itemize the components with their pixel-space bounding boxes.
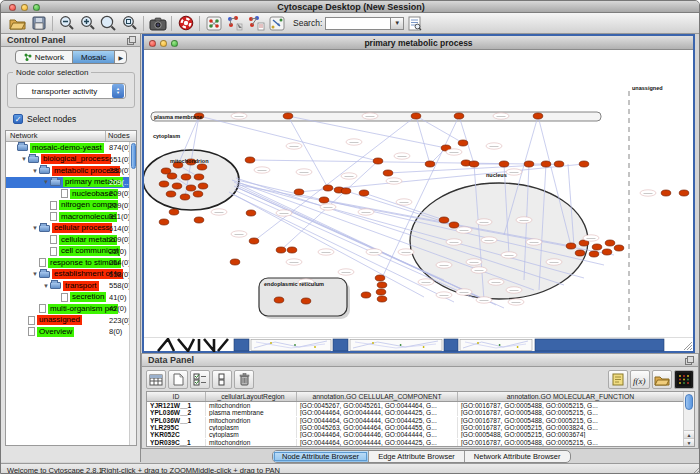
network-node[interactable] (454, 113, 464, 119)
expand-collapse-icon[interactable]: ▼ (31, 271, 39, 277)
tree-row[interactable]: nucleobase-209(0) (6, 188, 136, 200)
network-node[interactable] (679, 190, 689, 196)
tab-node-attribute-browser[interactable]: Node Attribute Browser (273, 451, 368, 462)
table-row[interactable]: YLR295Ccytoplasm[GO:0045263, GO:0044464,… (147, 424, 694, 431)
open-session-button[interactable] (7, 14, 28, 33)
table-row[interactable]: YKR052Ccytoplasm[GO:0044464, GO:0044446,… (147, 431, 694, 438)
network-node[interactable] (449, 222, 459, 228)
column-header[interactable]: ID (147, 392, 206, 401)
network-node[interactable] (198, 183, 208, 189)
network-node[interactable] (589, 251, 599, 257)
tree-scrollbar[interactable] (129, 142, 136, 445)
vizmapper-button[interactable] (266, 14, 287, 33)
network-node[interactable] (361, 292, 371, 298)
network-node[interactable] (197, 164, 207, 170)
minimized-window[interactable] (234, 339, 249, 351)
minimized-window[interactable] (535, 339, 664, 351)
network-node[interactable] (375, 275, 385, 281)
expand-collapse-icon[interactable]: ▼ (31, 168, 39, 174)
column-header[interactable]: _cellularLayoutRegion (206, 392, 297, 401)
network-node[interactable] (554, 161, 564, 167)
network-node[interactable] (169, 209, 179, 215)
column-header[interactable]: annotation.GO CELLULAR_COMPONENT (297, 392, 458, 401)
network-node[interactable] (439, 217, 449, 223)
tree-row[interactable]: cell communicat22(0) (6, 246, 136, 258)
tab-mosaic[interactable]: Mosaic (72, 51, 114, 63)
network-node[interactable] (469, 161, 479, 167)
tree-row[interactable]: ▼biological_process651(0) (6, 154, 136, 166)
network-node[interactable] (376, 289, 386, 295)
network-node[interactable] (194, 174, 204, 180)
snapshot-button[interactable] (147, 14, 168, 33)
apply-layout-button[interactable] (224, 14, 245, 33)
network-node[interactable] (172, 183, 182, 189)
network-node[interactable] (425, 161, 435, 167)
new-attribute-button[interactable] (168, 370, 188, 389)
column-network[interactable]: Network (6, 131, 106, 141)
tree-row[interactable]: Overview8(0) (6, 326, 136, 338)
select-nodes-checkbox[interactable]: ✓ (13, 114, 23, 124)
network-node[interactable] (377, 282, 387, 288)
network-node[interactable] (614, 245, 624, 251)
search-options-button[interactable] (404, 14, 425, 33)
window-titlebar[interactable]: Cytoscape Desktop (New Session) (1, 1, 700, 13)
tree-row[interactable]: ▼metabolic process280(0) (6, 165, 136, 177)
expand-collapse-icon[interactable]: ▼ (42, 179, 50, 185)
tab-network-attribute-browser[interactable]: Network Attribute Browser (464, 451, 570, 462)
network-node[interactable] (287, 247, 297, 253)
network-node[interactable] (294, 189, 304, 195)
resize-grip-icon[interactable] (690, 465, 700, 474)
network-canvas[interactable]: plasma membranecytoplasmmitochondrionnuc… (144, 50, 693, 337)
network-node[interactable] (359, 190, 369, 196)
network-node[interactable] (245, 157, 255, 163)
unselect-attributes-button[interactable] (212, 370, 232, 389)
search-dropdown-button[interactable]: ▼ (391, 17, 404, 30)
expand-collapse-icon[interactable]: ▼ (42, 283, 50, 289)
tree-row[interactable]: ▼cellular process614(0) (6, 223, 136, 235)
zoom-in-button[interactable] (77, 14, 98, 33)
network-node[interactable] (167, 173, 177, 179)
network-node[interactable] (230, 259, 240, 265)
network-node[interactable] (602, 249, 612, 255)
select-attributes-button[interactable] (190, 370, 210, 389)
destroy-network-button[interactable] (245, 14, 266, 33)
float-panel-icon[interactable] (127, 36, 136, 45)
tab-network[interactable]: Network (16, 51, 72, 63)
minimized-window[interactable] (333, 339, 348, 351)
network-node[interactable] (193, 191, 203, 197)
network-node[interactable] (274, 297, 284, 303)
tree-row[interactable]: cellular metabo209(0) (6, 234, 136, 246)
scrollbar-thumb[interactable] (131, 143, 136, 169)
create-network-button[interactable] (203, 14, 224, 33)
network-node[interactable] (159, 181, 169, 187)
network-node[interactable] (541, 161, 551, 167)
expand-collapse-icon[interactable]: ▼ (20, 156, 28, 162)
column-nodes[interactable]: Nodes (106, 131, 136, 141)
help-button[interactable] (175, 14, 196, 33)
network-node[interactable] (579, 161, 589, 167)
tree-row[interactable]: multi-organism pro42(0) (6, 303, 136, 315)
tree-row[interactable]: mosaic-demo-yeast874(0) (6, 142, 136, 154)
network-node[interactable] (181, 174, 191, 180)
tree-row[interactable]: macromolecule311(0) (6, 211, 136, 223)
network-node[interactable] (411, 113, 421, 119)
zoom-selected-button[interactable] (98, 14, 119, 33)
table-scrollbar[interactable]: ▲ ▼ (683, 392, 694, 446)
table-row[interactable]: YJR121W__1mitochondrion[GO:0045267, GO:0… (147, 402, 694, 409)
network-node[interactable] (319, 197, 329, 203)
network-node[interactable] (605, 240, 615, 246)
network-node[interactable] (661, 190, 671, 196)
tree-row[interactable]: ▼primary metabo209(... (6, 177, 136, 189)
import-attributes-button[interactable] (652, 370, 672, 389)
network-node[interactable] (373, 158, 383, 164)
scroll-up-arrow[interactable]: ▲ (684, 430, 694, 438)
network-node[interactable] (159, 219, 169, 225)
scroll-down-arrow[interactable]: ▼ (684, 438, 694, 446)
save-session-button[interactable] (28, 14, 49, 33)
network-node[interactable] (246, 210, 256, 216)
network-node[interactable] (383, 170, 393, 176)
attribute-editor-button[interactable] (608, 370, 628, 389)
network-node[interactable] (592, 244, 602, 250)
float-panel-icon[interactable] (685, 356, 694, 365)
network-node[interactable] (323, 185, 333, 191)
